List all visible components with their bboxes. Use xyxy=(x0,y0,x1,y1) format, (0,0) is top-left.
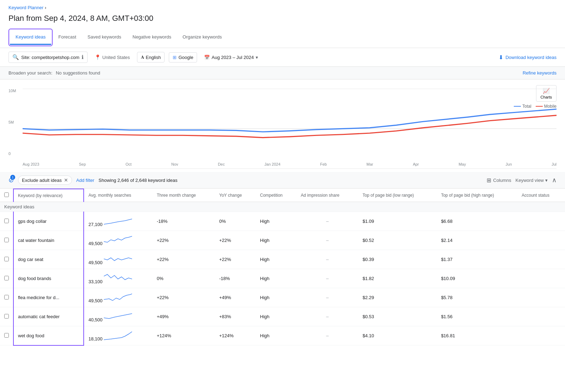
row6-keyword[interactable]: wet dog food xyxy=(13,326,84,345)
row5-account-status xyxy=(517,307,565,326)
row4-account-status xyxy=(517,288,565,307)
download-keyword-ideas-button[interactable]: ⬇ Download keyword ideas xyxy=(499,54,557,61)
row5-checkbox[interactable] xyxy=(4,314,9,319)
search-box[interactable]: 🔍 Site: competitorpetshop.com ℹ xyxy=(8,52,88,63)
th-top-bid-high[interactable]: Top of page bid (high range) xyxy=(437,189,517,202)
location-label: United States xyxy=(102,55,130,60)
table-row: cat water fountain 49,500 +22% +22% High… xyxy=(0,231,565,250)
row1-keyword[interactable]: cat water fountain xyxy=(13,231,84,250)
row4-top-bid-high: $5.78 xyxy=(437,288,517,307)
search-engine-filter[interactable]: ⊞ Google xyxy=(169,52,197,63)
row1-top-bid-low: $0.52 xyxy=(358,231,437,250)
row0-checkbox-cell xyxy=(0,212,13,231)
tabs-row: Keyword ideas Forecast Saved keywords Ne… xyxy=(0,27,565,48)
tab-organize-keywords[interactable]: Organize keywords xyxy=(177,30,227,45)
x-label-dec: Dec xyxy=(218,162,225,166)
row2-three-month: +22% xyxy=(153,250,215,269)
row0-competition: High xyxy=(256,212,296,231)
row6-competition: High xyxy=(256,326,296,345)
showing-text: Showing 2,646 of 2,648 keyword ideas xyxy=(99,178,177,183)
row2-keyword[interactable]: dog car seat xyxy=(13,250,84,269)
row5-avg-searches: 40,500 xyxy=(84,307,153,326)
row5-yoy: +83% xyxy=(215,307,256,326)
tab-saved-keywords[interactable]: Saved keywords xyxy=(82,30,127,45)
row2-checkbox[interactable] xyxy=(4,257,9,261)
google-icon: ⊞ xyxy=(173,55,177,60)
tab-keyword-ideas[interactable]: Keyword ideas xyxy=(10,30,51,45)
row1-competition: High xyxy=(256,231,296,250)
y-label-10m: 10M xyxy=(8,89,23,93)
row1-checkbox[interactable] xyxy=(4,238,9,242)
collapse-button[interactable]: ∧ xyxy=(552,176,557,184)
row0-yoy: 0% xyxy=(215,212,256,231)
row5-keyword[interactable]: automatic cat feeder xyxy=(13,307,84,326)
tab-negative-keywords[interactable]: Negative keywords xyxy=(127,30,177,45)
row0-top-bid-high: $6.68 xyxy=(437,212,517,231)
x-label-jan2024: Jan 2024 xyxy=(264,162,280,166)
th-ad-impression[interactable]: Ad impression share xyxy=(297,189,358,202)
th-competition[interactable]: Competition xyxy=(256,189,296,202)
keyword-view-label: Keyword view xyxy=(516,178,544,183)
th-keyword[interactable]: Keyword (by relevance) xyxy=(13,189,84,202)
exclude-adult-chip[interactable]: Exclude adult ideas ✕ xyxy=(18,176,72,185)
add-filter-button[interactable]: Add filter xyxy=(76,178,94,183)
search-engine-label: Google xyxy=(178,55,193,60)
row6-top-bid-high: $16.81 xyxy=(437,326,517,345)
breadcrumb: Keyword Planner › xyxy=(0,0,565,12)
row4-three-month: +22% xyxy=(153,288,215,307)
row6-checkbox-cell xyxy=(0,326,13,345)
refine-keywords-link[interactable]: Refine keywords xyxy=(523,70,557,76)
columns-icon: ⊞ xyxy=(487,177,491,184)
th-three-month[interactable]: Three month change xyxy=(153,189,215,202)
chip-close-icon[interactable]: ✕ xyxy=(64,177,68,183)
row4-checkbox[interactable] xyxy=(4,295,9,299)
row5-checkbox-cell xyxy=(0,307,13,326)
chart-x-labels: Aug 2023 Sep Oct Nov Dec Jan 2024 Feb Ma… xyxy=(23,162,557,166)
info-icon[interactable]: ℹ xyxy=(82,54,84,60)
row0-account-status xyxy=(517,212,565,231)
search-icon: 🔍 xyxy=(12,54,19,60)
th-yoy[interactable]: YoY change xyxy=(215,189,256,202)
row3-yoy: -18% xyxy=(215,269,256,288)
row6-three-month: +124% xyxy=(153,326,215,345)
x-label-sep: Sep xyxy=(79,162,86,166)
date-range-filter[interactable]: 📅 Aug 2023 – Jul 2024 ▾ xyxy=(201,53,261,61)
group-header-cell: Keyword ideas xyxy=(0,202,565,212)
breadcrumb-link[interactable]: Keyword Planner xyxy=(8,5,43,10)
page-title: Plan from Sep 4, 2024, 8 AM, GMT+03:00 xyxy=(0,12,565,27)
row0-keyword[interactable]: gps dog collar xyxy=(13,212,84,231)
row1-ad-impression: – xyxy=(297,231,358,250)
row3-checkbox[interactable] xyxy=(4,276,9,280)
tab-forecast[interactable]: Forecast xyxy=(53,30,82,45)
th-account-status[interactable]: Account status xyxy=(517,189,565,202)
language-filter[interactable]: 𝐀 English xyxy=(137,52,165,63)
row3-checkbox-cell xyxy=(0,269,13,288)
x-label-aug2023: Aug 2023 xyxy=(23,162,39,166)
row4-competition: High xyxy=(256,288,296,307)
date-chevron-icon: ▾ xyxy=(256,55,258,60)
row4-keyword[interactable]: flea medicine for d... xyxy=(13,288,84,307)
filter-bar: 🔍 Site: competitorpetshop.com ℹ 📍 United… xyxy=(0,48,565,67)
date-range-label: Aug 2023 – Jul 2024 xyxy=(212,55,254,60)
download-label: Download keyword ideas xyxy=(505,55,557,60)
th-top-bid-low[interactable]: Top of page bid (low range) xyxy=(358,189,437,202)
row6-account-status xyxy=(517,326,565,345)
location-filter[interactable]: 📍 United States xyxy=(92,53,133,61)
x-label-apr: Apr xyxy=(413,162,419,166)
row1-three-month: +22% xyxy=(153,231,215,250)
row4-top-bid-low: $2.29 xyxy=(358,288,437,307)
row5-top-bid-low: $0.53 xyxy=(358,307,437,326)
filter-badge: 1 xyxy=(10,175,15,180)
keyword-view-chevron-icon: ▾ xyxy=(545,178,548,183)
select-all-checkbox[interactable] xyxy=(4,192,9,197)
row1-yoy: +22% xyxy=(215,231,256,250)
row0-checkbox[interactable] xyxy=(4,219,9,223)
columns-button[interactable]: ⊞ Columns xyxy=(487,177,511,184)
row6-checkbox[interactable] xyxy=(4,333,9,338)
row3-keyword[interactable]: dog food brands xyxy=(13,269,84,288)
keyword-view-button[interactable]: Keyword view ▾ xyxy=(516,178,548,183)
th-avg-searches[interactable]: Avg. monthly searches xyxy=(84,189,153,202)
row3-top-bid-low: $1.82 xyxy=(358,269,437,288)
row3-top-bid-high: $10.09 xyxy=(437,269,517,288)
y-label-5m: 5M xyxy=(8,120,23,124)
